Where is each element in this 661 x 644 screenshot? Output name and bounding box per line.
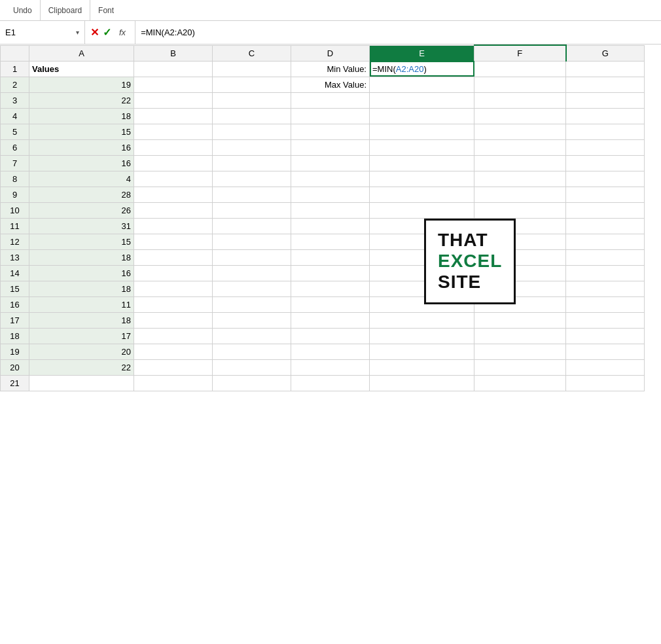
row-header-9[interactable]: 9 bbox=[1, 187, 29, 202]
cell-G16[interactable] bbox=[566, 296, 645, 312]
cell-F6[interactable] bbox=[474, 139, 566, 155]
cell-B16[interactable] bbox=[134, 296, 213, 312]
cell-B20[interactable] bbox=[134, 359, 213, 375]
row-header-3[interactable]: 3 bbox=[1, 92, 29, 108]
cell-C5[interactable] bbox=[213, 124, 291, 139]
cell-A17[interactable]: 18 bbox=[29, 312, 134, 328]
cell-E2[interactable] bbox=[370, 77, 474, 92]
cell-E8[interactable] bbox=[370, 171, 474, 187]
row-header-17[interactable]: 17 bbox=[1, 312, 29, 328]
row-header-12[interactable]: 12 bbox=[1, 234, 29, 249]
cell-F17[interactable] bbox=[474, 312, 566, 328]
cell-G2[interactable] bbox=[566, 77, 645, 92]
row-header-7[interactable]: 7 bbox=[1, 155, 29, 171]
cell-B17[interactable] bbox=[134, 312, 213, 328]
row-header-21[interactable]: 21 bbox=[1, 375, 29, 391]
cell-A8[interactable]: 4 bbox=[29, 171, 134, 187]
cell-A7[interactable]: 16 bbox=[29, 155, 134, 171]
cell-D11[interactable] bbox=[291, 218, 370, 234]
cell-F4[interactable] bbox=[474, 108, 566, 124]
cell-F8[interactable] bbox=[474, 171, 566, 187]
cell-E7[interactable] bbox=[370, 155, 474, 171]
cell-D13[interactable] bbox=[291, 249, 370, 265]
cell-F3[interactable] bbox=[474, 92, 566, 108]
cell-A19[interactable]: 20 bbox=[29, 344, 134, 359]
cell-F18[interactable] bbox=[474, 328, 566, 344]
cell-C16[interactable] bbox=[213, 296, 291, 312]
formula-input[interactable] bbox=[135, 21, 661, 44]
cell-A6[interactable]: 16 bbox=[29, 139, 134, 155]
row-header-5[interactable]: 5 bbox=[1, 124, 29, 139]
cell-B19[interactable] bbox=[134, 344, 213, 359]
cell-D9[interactable] bbox=[291, 187, 370, 202]
row-header-6[interactable]: 6 bbox=[1, 139, 29, 155]
cell-G3[interactable] bbox=[566, 92, 645, 108]
cell-B5[interactable] bbox=[134, 124, 213, 139]
cell-A3[interactable]: 22 bbox=[29, 92, 134, 108]
cell-G4[interactable] bbox=[566, 108, 645, 124]
cell-A5[interactable]: 15 bbox=[29, 124, 134, 139]
cell-E1[interactable]: =MIN(A2:A20) bbox=[370, 61, 474, 77]
cell-C15[interactable] bbox=[213, 281, 291, 296]
cell-C2[interactable] bbox=[213, 77, 291, 92]
cell-C4[interactable] bbox=[213, 108, 291, 124]
cell-F2[interactable] bbox=[474, 77, 566, 92]
cell-G18[interactable] bbox=[566, 328, 645, 344]
cell-F20[interactable] bbox=[474, 359, 566, 375]
cell-D15[interactable] bbox=[291, 281, 370, 296]
cell-B2[interactable] bbox=[134, 77, 213, 92]
cell-B21[interactable] bbox=[134, 375, 213, 391]
row-header-8[interactable]: 8 bbox=[1, 171, 29, 187]
cell-C14[interactable] bbox=[213, 265, 291, 281]
undo-label[interactable]: Undo bbox=[13, 6, 32, 15]
cell-E3[interactable] bbox=[370, 92, 474, 108]
cell-A14[interactable]: 16 bbox=[29, 265, 134, 281]
cell-F19[interactable] bbox=[474, 344, 566, 359]
cell-E9[interactable] bbox=[370, 187, 474, 202]
cell-G10[interactable] bbox=[566, 202, 645, 218]
cell-G8[interactable] bbox=[566, 171, 645, 187]
cell-B15[interactable] bbox=[134, 281, 213, 296]
cell-G13[interactable] bbox=[566, 249, 645, 265]
cell-A20[interactable]: 22 bbox=[29, 359, 134, 375]
cell-G12[interactable] bbox=[566, 234, 645, 249]
cell-B8[interactable] bbox=[134, 171, 213, 187]
col-header-A[interactable]: A bbox=[29, 45, 134, 61]
cell-E19[interactable] bbox=[370, 344, 474, 359]
cell-A21[interactable] bbox=[29, 375, 134, 391]
cell-D6[interactable] bbox=[291, 139, 370, 155]
cell-B12[interactable] bbox=[134, 234, 213, 249]
cell-F9[interactable] bbox=[474, 187, 566, 202]
cell-B9[interactable] bbox=[134, 187, 213, 202]
cell-F10[interactable] bbox=[474, 202, 566, 218]
cell-B7[interactable] bbox=[134, 155, 213, 171]
cell-D7[interactable] bbox=[291, 155, 370, 171]
row-header-1[interactable]: 1 bbox=[1, 61, 29, 77]
row-header-13[interactable]: 13 bbox=[1, 249, 29, 265]
row-header-20[interactable]: 20 bbox=[1, 359, 29, 375]
cell-D21[interactable] bbox=[291, 375, 370, 391]
cell-A15[interactable]: 18 bbox=[29, 281, 134, 296]
cell-C6[interactable] bbox=[213, 139, 291, 155]
cell-B14[interactable] bbox=[134, 265, 213, 281]
row-header-15[interactable]: 15 bbox=[1, 281, 29, 296]
cell-A10[interactable]: 26 bbox=[29, 202, 134, 218]
cell-A1[interactable]: Values bbox=[29, 61, 134, 77]
cell-D4[interactable] bbox=[291, 108, 370, 124]
cell-B4[interactable] bbox=[134, 108, 213, 124]
cell-C20[interactable] bbox=[213, 359, 291, 375]
row-header-2[interactable]: 2 bbox=[1, 77, 29, 92]
cell-C10[interactable] bbox=[213, 202, 291, 218]
cell-D1[interactable]: Min Value: bbox=[291, 61, 370, 77]
cell-F21[interactable] bbox=[474, 375, 566, 391]
cell-E21[interactable] bbox=[370, 375, 474, 391]
row-header-18[interactable]: 18 bbox=[1, 328, 29, 344]
col-header-E[interactable]: E bbox=[370, 45, 474, 61]
cell-A9[interactable]: 28 bbox=[29, 187, 134, 202]
cell-A16[interactable]: 11 bbox=[29, 296, 134, 312]
row-header-14[interactable]: 14 bbox=[1, 265, 29, 281]
cancel-formula-button[interactable]: ✕ bbox=[90, 26, 99, 39]
cell-D14[interactable] bbox=[291, 265, 370, 281]
cell-C12[interactable] bbox=[213, 234, 291, 249]
cell-B6[interactable] bbox=[134, 139, 213, 155]
